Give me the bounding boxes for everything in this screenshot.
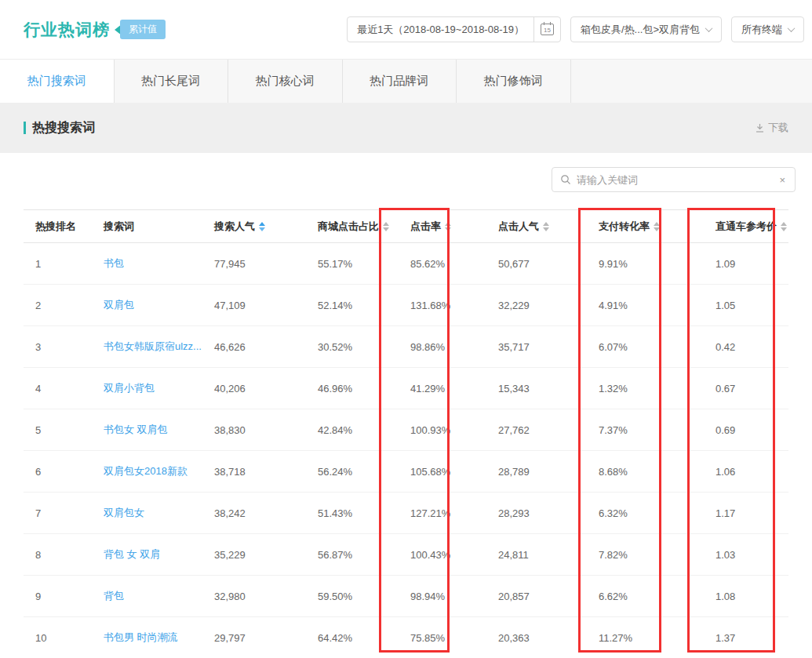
cell-value: 38,718 <box>214 466 246 478</box>
cell-keyword[interactable]: 背包 女 双肩 <box>92 547 202 562</box>
terminal-dropdown[interactable]: 所有终端 <box>731 16 804 42</box>
cell-mall_click_share: 55.17% <box>306 258 399 270</box>
table-row: 7双肩包女38,24251.43%127.21%28,2936.32%1.17 <box>24 493 788 534</box>
sort-icon[interactable] <box>654 222 660 231</box>
column-header-click_popularity[interactable]: 点击人气 <box>486 220 587 234</box>
calendar-button[interactable]: 15 <box>533 16 560 42</box>
cell-mall_click_share: 59.50% <box>306 591 399 602</box>
cell-click_rate: 85.62% <box>399 258 486 270</box>
cumulative-badge: 累计值 <box>115 20 166 39</box>
sort-icon[interactable] <box>543 222 549 231</box>
keyword-link[interactable]: 书包女韩版原宿ulzz... <box>104 340 202 354</box>
cell-ztc_ref_price: 1.08 <box>704 591 788 602</box>
cell-keyword[interactable]: 背包 <box>92 589 202 603</box>
cell-value: 6.32% <box>599 507 628 519</box>
cell-value: 7 <box>35 507 41 519</box>
cell-keyword[interactable]: 书包 <box>92 256 202 271</box>
download-label[interactable]: 下载 <box>768 121 788 135</box>
tab-1[interactable]: 热门搜索词 <box>0 60 115 103</box>
cell-value: 32,980 <box>214 591 246 602</box>
keyword-search-box[interactable]: × <box>552 167 796 192</box>
keyword-link[interactable]: 书包 <box>104 256 124 271</box>
keyword-link[interactable]: 双肩包 <box>104 298 134 312</box>
category-dropdown[interactable]: 箱包皮具/热...包>双肩背包 <box>570 16 722 42</box>
cell-value: 64.42% <box>318 632 352 644</box>
keyword-search-input[interactable] <box>577 174 777 186</box>
cell-value: 42.84% <box>318 424 352 436</box>
cell-value: 52.14% <box>318 300 352 311</box>
cell-value: 35,717 <box>498 341 530 353</box>
cell-value: 100.93% <box>410 424 450 436</box>
sort-icon[interactable] <box>383 222 389 231</box>
cell-value: 3 <box>35 341 41 353</box>
date-range-picker[interactable]: 最近1天（2018-08-19~2018-08-19） 15 <box>347 16 561 42</box>
cell-ztc_ref_price: 1.09 <box>704 258 788 270</box>
cell-value: 1.05 <box>716 300 735 311</box>
keyword-link[interactable]: 双肩包女 <box>104 506 144 520</box>
download-button[interactable]: 下载 <box>755 121 788 135</box>
hot-keywords-table: 热搜排名搜索词搜索人气商城点击占比点击率点击人气支付转化率直通车参考价 1书包7… <box>24 209 788 658</box>
cell-mall_click_share: 52.14% <box>306 300 399 311</box>
tab-2[interactable]: 热门长尾词 <box>115 60 229 103</box>
sort-icon[interactable] <box>781 222 787 231</box>
cell-keyword[interactable]: 双肩小背包 <box>92 381 202 395</box>
keyword-link[interactable]: 双肩包女2018新款 <box>104 464 188 478</box>
cell-search_popularity: 35,229 <box>202 549 306 561</box>
tab-4[interactable]: 热门品牌词 <box>343 60 457 103</box>
cell-keyword[interactable]: 双肩包 <box>92 298 202 312</box>
tab-5[interactable]: 热门修饰词 <box>457 60 571 103</box>
cell-rank: 1 <box>24 258 92 270</box>
clear-search-icon[interactable]: × <box>777 174 787 186</box>
cell-value: 98.94% <box>410 591 445 602</box>
table-row: 8背包 女 双肩35,22956.87%100.43%24,8117.82%1.… <box>24 534 788 576</box>
cell-mall_click_share: 46.96% <box>306 383 399 394</box>
cell-mall_click_share: 56.24% <box>306 466 399 478</box>
tab-3[interactable]: 热门核心词 <box>228 60 343 103</box>
category-label: 箱包皮具/热...包>双肩背包 <box>581 23 700 37</box>
table-header-row: 热搜排名搜索词搜索人气商城点击占比点击率点击人气支付转化率直通车参考价 <box>24 209 788 243</box>
keyword-link[interactable]: 背包 <box>104 589 124 603</box>
date-range-label[interactable]: 最近1天（2018-08-19~2018-08-19） <box>348 23 533 37</box>
cell-value: 51.43% <box>318 507 352 519</box>
keyword-link[interactable]: 书包男 时尚潮流 <box>104 631 178 645</box>
column-header-ztc_ref_price[interactable]: 直通车参考价 <box>704 220 788 234</box>
cell-pay_conversion: 7.82% <box>587 549 704 561</box>
column-header-keyword: 搜索词 <box>92 220 202 234</box>
cell-value: 1.32% <box>599 383 628 394</box>
cell-value: 2 <box>35 300 41 311</box>
cell-keyword[interactable]: 书包女 双肩包 <box>92 423 202 437</box>
chevron-down-icon <box>705 24 713 32</box>
cell-value: 7.82% <box>599 549 628 561</box>
chevron-down-icon <box>788 24 796 32</box>
cell-value: 0.42 <box>716 341 735 353</box>
column-header-click_rate[interactable]: 点击率 <box>399 220 486 234</box>
cell-click_popularity: 15,343 <box>486 383 587 394</box>
cell-click_popularity: 28,293 <box>486 507 587 519</box>
keyword-link[interactable]: 书包女 双肩包 <box>104 423 168 437</box>
cell-keyword[interactable]: 双肩包女 <box>92 506 202 520</box>
column-header-mall_click_share[interactable]: 商城点击占比 <box>306 220 399 234</box>
cell-keyword[interactable]: 双肩包女2018新款 <box>92 464 202 478</box>
cell-pay_conversion: 1.32% <box>587 383 704 394</box>
cell-value: 9 <box>35 591 41 602</box>
sort-icon[interactable] <box>259 222 265 231</box>
header-controls: 最近1天（2018-08-19~2018-08-19） 15 箱包皮具/热...… <box>347 16 812 42</box>
cell-keyword[interactable]: 书包男 时尚潮流 <box>92 631 202 645</box>
download-icon <box>755 123 765 133</box>
keyword-link[interactable]: 双肩小背包 <box>104 381 155 395</box>
keyword-link[interactable]: 背包 女 双肩 <box>104 547 160 562</box>
column-header-pay_conversion[interactable]: 支付转化率 <box>587 220 704 234</box>
cell-value: 100.43% <box>410 549 450 561</box>
cell-value: 56.87% <box>318 549 352 561</box>
column-label: 直通车参考价 <box>716 220 777 234</box>
cell-value: 1.06 <box>716 466 735 478</box>
column-header-search_popularity[interactable]: 搜索人气 <box>202 220 306 234</box>
table-row: 1书包77,94555.17%85.62%50,6779.91%1.09 <box>24 243 788 285</box>
cell-value: 56.24% <box>318 466 352 478</box>
sort-icon[interactable] <box>445 222 451 231</box>
column-label: 搜索人气 <box>214 220 255 234</box>
cell-rank: 9 <box>24 591 92 602</box>
cell-ztc_ref_price: 0.42 <box>704 341 788 353</box>
table-row: 3书包女韩版原宿ulzz...46,62630.52%98.86%35,7176… <box>24 326 788 368</box>
cell-keyword[interactable]: 书包女韩版原宿ulzz... <box>92 340 202 354</box>
